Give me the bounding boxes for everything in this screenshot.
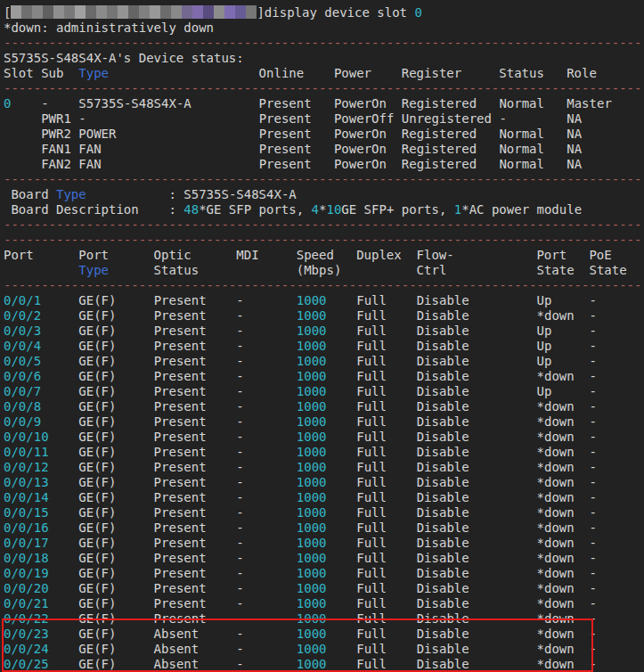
text-segment: *down xyxy=(537,536,575,550)
text-segment xyxy=(469,460,537,474)
text-segment: Full xyxy=(356,520,387,535)
text-segment: 1000 xyxy=(297,339,327,353)
text-segment xyxy=(327,414,357,429)
mosaic-block xyxy=(118,5,128,19)
text-segment: Disable xyxy=(417,445,469,459)
text-segment: Up xyxy=(537,339,552,353)
text-segment: *down xyxy=(537,399,575,414)
text-segment xyxy=(544,127,567,141)
text-segment xyxy=(387,581,417,595)
text-segment xyxy=(469,339,537,353)
text-segment: - xyxy=(236,596,243,611)
text-segment xyxy=(116,430,153,444)
text-segment xyxy=(11,96,41,111)
text-segment xyxy=(575,566,590,580)
terminal-line: 0/0/21 GE(F) Present - 1000 Full Disable… xyxy=(4,596,644,611)
text-segment xyxy=(387,642,417,656)
text-segment xyxy=(41,414,78,429)
text-segment xyxy=(387,96,402,111)
text-segment: *GE SFP ports, xyxy=(199,202,311,217)
text-segment xyxy=(199,657,236,671)
text-segment: 1000 xyxy=(297,475,327,489)
text-segment: Full xyxy=(356,324,387,338)
text-segment xyxy=(575,596,590,611)
text-segment xyxy=(49,642,79,656)
text-segment: Disable xyxy=(417,430,469,444)
terminal-line: Board Description : 48*GE SFP ports, 4*1… xyxy=(4,202,644,217)
text-segment xyxy=(575,581,590,595)
text-segment: Present xyxy=(259,142,312,156)
text-segment: - xyxy=(236,354,243,368)
terminal-line: Slot Sub Type Online Power Register Stat… xyxy=(4,66,644,81)
text-segment: 1000 xyxy=(297,460,327,474)
text-segment xyxy=(207,536,237,550)
text-segment: Disable xyxy=(417,324,469,338)
text-segment: - xyxy=(590,566,597,580)
redacted-text-mosaic xyxy=(11,5,257,19)
text-segment xyxy=(469,324,537,338)
text-segment xyxy=(244,384,297,398)
text-segment: Present xyxy=(154,324,207,338)
text-segment: - xyxy=(590,308,597,323)
text-segment xyxy=(327,642,357,656)
text-segment: GE(F) xyxy=(78,490,116,504)
text-segment xyxy=(116,627,153,641)
text-segment xyxy=(244,308,297,323)
text-segment: - xyxy=(590,490,597,504)
text-segment: 0/0/1 xyxy=(4,293,41,307)
text-segment: Present xyxy=(259,157,312,171)
text-segment xyxy=(207,324,237,338)
text-segment xyxy=(244,475,297,489)
text-segment: Disable xyxy=(417,414,469,429)
terminal-line: 0/0/9 GE(F) Present - 1000 Full Disable … xyxy=(4,414,644,430)
text-segment: Up xyxy=(537,384,552,398)
text-segment xyxy=(469,581,537,595)
text-segment: 1000 xyxy=(297,308,327,323)
text-segment xyxy=(116,414,153,429)
text-segment: - xyxy=(236,627,243,641)
text-segment: 1000 xyxy=(297,611,327,626)
mosaic-block xyxy=(96,5,107,19)
text-segment: - xyxy=(236,536,243,550)
text-segment: - xyxy=(236,445,243,459)
text-segment: Full xyxy=(356,611,387,626)
terminal-line: 0 - S5735S-S48S4X-A Present PowerOn Regi… xyxy=(4,96,644,111)
terminal-line: 0/0/7 GE(F) Present - 1000 Full Disable … xyxy=(4,384,644,399)
text-segment xyxy=(387,611,417,626)
text-segment xyxy=(575,460,590,474)
text-segment: 0/0/4 xyxy=(4,339,41,353)
terminal-line: 0/0/4 GE(F) Present - 1000 Full Disable … xyxy=(4,339,644,354)
terminal-line: 0/0/13 GE(F) Present - 1000 Full Disable… xyxy=(4,475,644,490)
text-segment xyxy=(244,627,297,641)
text-segment xyxy=(387,475,417,489)
text-segment xyxy=(544,96,567,111)
text-segment: GE(F) xyxy=(78,505,116,520)
text-segment: Registered xyxy=(402,127,477,141)
text-segment xyxy=(207,475,237,489)
text-segment xyxy=(327,354,357,368)
text-segment xyxy=(575,445,590,459)
text-segment xyxy=(49,445,79,459)
terminal-line: 0/0/22 GE(F) Present - 1000 Full Disable… xyxy=(4,611,644,627)
mosaic-block xyxy=(235,5,246,19)
text-segment: - xyxy=(236,293,243,307)
text-segment xyxy=(327,551,357,565)
text-segment xyxy=(244,505,297,520)
separator-line: ----------------------------------------… xyxy=(4,172,644,187)
text-segment: 1000 xyxy=(297,490,327,504)
text-segment: - xyxy=(590,596,597,611)
text-segment xyxy=(116,536,153,550)
text-segment xyxy=(469,475,537,489)
text-segment: Disable xyxy=(417,293,469,307)
text-segment: - xyxy=(590,581,597,595)
text-segment: Disable xyxy=(417,475,469,489)
text-segment xyxy=(116,339,153,353)
text-segment: *down xyxy=(537,596,575,611)
text-segment: Slot Sub xyxy=(4,66,78,80)
text-segment: Normal xyxy=(499,127,544,141)
text-segment: POWER xyxy=(78,127,116,141)
text-segment xyxy=(544,142,567,156)
text-segment xyxy=(244,536,297,550)
terminal-output[interactable]: []display device slot 0*down: administra… xyxy=(0,0,644,672)
text-segment xyxy=(575,369,590,383)
